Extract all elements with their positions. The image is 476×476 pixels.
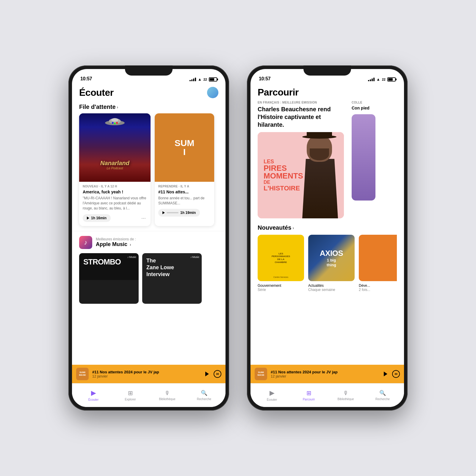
apple-music-icon: ♪ [79,236,92,249]
recherche-tab-label: Recherche [197,397,211,401]
zane-text: TheZane LoweInterview [146,257,174,278]
tab-recherche-left[interactable]: 🔍 Recherche [186,390,223,401]
np-thumb-left: SUMIMASE [76,368,89,380]
axios-category: Actualités [308,284,355,288]
sumimase-actions: 1h 19min [158,209,211,217]
sumimase-card[interactable]: SUMI REPRENDRE · IL Y A #11 Nos attes...… [155,113,214,226]
sumimase-play-button[interactable]: 1h 19min [158,209,200,217]
tab-bibliotheque-right[interactable]: 🎙 Bibliothèque [327,390,364,401]
recherche-tab-label-right: Recherche [375,397,390,401]
now-playing-bar-left[interactable]: SUMIMASE #11 Nos attentes 2024 pour le J… [72,365,226,383]
svg-point-5 [116,122,118,124]
parcourir-screen-content: Parcourir EN FRANÇAIS : MEILLEURE ÉMISSI… [250,84,404,365]
signal-icon-left [190,78,196,81]
ecouter-tab-icon-right: ▶ [270,389,275,397]
battery-icon-left [209,77,217,82]
featured-title: Charles Beauchesne rend l'Histoire capti… [258,105,347,129]
notch-right [303,65,351,76]
status-time-left: 10:57 [80,76,92,82]
axios-artwork: AXIOS 1 bigthing [308,235,355,281]
orange-category: Déve... [359,284,374,288]
bibliotheque-tab-icon-right: 🎙 [343,390,348,396]
am-shows-row: ♪Music STROMBO [79,253,218,304]
ecouter-tab-label-right: Écouter [267,398,277,401]
zane-show-card[interactable]: ♪Music TheZane LoweInterview [142,253,202,304]
tab-bar-right: ▶ Écouter ⊞ Parcourir 🎙 Bibliothèque 🔍 R… [250,383,404,407]
strombo-text: STROMBO [83,257,121,267]
tab-bar-left: ▶ Écouter ⊞ Explorer 🎙 Bibliothèque 🔍 Re… [72,383,226,407]
np-skip-button-right[interactable]: 30 [392,370,400,378]
battery-label-left: 22 [203,78,207,81]
apple-music-section: ♪ Meilleures émissions de : Apple Music … [72,231,226,307]
np-play-button-left[interactable] [205,372,209,376]
nanarland-title: America, fuck yeah ! [83,189,147,195]
featured-artwork-pires: LES PIRES MOMENTS DE L'HISTOIRE [258,132,344,218]
nanarland-card[interactable]: Nanarland Le Podcast NOUVEAU · IL Y A 12… [79,113,151,226]
sumimase-artwork: SUMI [155,113,214,182]
nanarland-actions: 1h 16min ··· [83,214,147,223]
partial-label: COLLE [352,101,375,104]
podcast-cards-row: Nanarland Le Podcast NOUVEAU · IL Y A 12… [72,113,226,231]
nouveautes-section: Nouveautés › LESPERSONNAGESDE LACHAMBRE [250,224,404,292]
user-avatar[interactable] [207,87,218,98]
np-play-button-right[interactable] [384,372,387,376]
am-subtitle: Meilleures émissions de : [96,237,136,241]
axios-sub: 1 bigthing [327,258,336,267]
nouveautes-cards-row: LESPERSONNAGESDE LACHAMBRE Centre Servic… [258,235,397,292]
music-note-icon: ♪ [84,239,87,246]
partial-title: Con pied [352,105,375,111]
nouveautes-header[interactable]: Nouveautés › [258,224,397,231]
featured-card-main[interactable]: EN FRANÇAIS : MEILLEURE ÉMISSION Charles… [258,101,347,218]
strombo-show-card[interactable]: ♪Music STROMBO [79,253,139,304]
featured-card-partial[interactable]: COLLE Con pied [352,101,375,218]
nouveautes-title: Nouveautés [258,224,291,231]
sumimase-label: REPRENDRE · IL Y A [158,185,211,188]
nouveautes-chevron: › [292,226,294,230]
nanarland-artwork: Nanarland Le Podcast [79,113,151,182]
now-playing-bar-right[interactable]: SUMIMASE #11 Nos attentes 2024 pour le J… [250,365,404,383]
am-title-row[interactable]: Apple Music › [96,241,136,248]
nanarland-body: NOUVEAU · IL Y A 12 H America, fuck yeah… [79,182,151,226]
np-info-left: #11 Nos attentes 2024 pour le JV jap 12 … [92,370,202,378]
sumimase-duration: 1h 19min [180,211,196,215]
am-title-text: Apple Music [96,241,127,248]
tab-ecouter-left[interactable]: ▶ Écouter [75,389,112,401]
explorer-tab-icon: ⊞ [128,389,133,397]
chambre-card[interactable]: LESPERSONNAGESDE LACHAMBRE Centre Servic… [258,235,304,292]
chambre-type: Série [258,288,304,292]
wifi-icon-left: ▲ [198,77,202,82]
nanarland-more-button[interactable]: ··· [140,214,147,223]
np-skip-button-left[interactable]: 30 [214,370,221,378]
sumimase-desc: Bonne année et tou... part de SUMIMASE..… [158,196,211,206]
np-title-left: #11 Nos attentes 2024 pour le JV jap [92,370,202,374]
chambre-category: Gouvernement [258,284,304,288]
tab-bibliotheque-left[interactable]: 🎙 Bibliothèque [149,390,186,401]
phone-right: 10:57 ▲ 22 Parcourir [247,65,408,411]
ecouter-tab-label: Écouter [88,398,98,401]
orange-card-partial[interactable]: Déve... 2 fois... [359,235,374,292]
np-controls-right: 30 [384,370,400,378]
tab-recherche-right[interactable]: 🔍 Recherche [364,390,401,401]
bibliotheque-tab-icon: 🎙 [165,390,170,396]
bibliotheque-tab-label: Bibliothèque [159,397,175,401]
nanarland-play-button[interactable]: 1h 16min [83,214,111,222]
tab-parcourir-right[interactable]: ⊞ Parcourir [290,389,327,401]
am-chevron: › [130,242,131,247]
queue-section-header[interactable]: File d'attente › [72,101,226,113]
axios-type: Chaque semaine [308,288,355,292]
am-header: ♪ Meilleures émissions de : Apple Music … [79,236,218,249]
sumimase-body: REPRENDRE · IL Y A #11 Nos attes... Bonn… [155,182,214,220]
svg-point-2 [111,118,118,122]
tab-explorer-left[interactable]: ⊞ Explorer [112,389,149,401]
svg-point-4 [114,123,116,124]
svg-point-3 [112,122,114,124]
parcourir-tab-label: Parcourir [303,398,315,401]
tab-ecouter-right[interactable]: ▶ Écouter [253,389,290,401]
recherche-tab-icon: 🔍 [201,390,207,396]
np-controls-left: 30 [205,370,221,378]
bibliotheque-tab-label-right: Bibliothèque [337,397,354,401]
play-triangle-icon-2 [162,211,165,214]
axios-card[interactable]: AXIOS 1 bigthing Actualités Chaque semai… [308,235,355,292]
orange-type: 2 fois... [359,288,374,292]
zane-artwork: ♪Music TheZane LoweInterview [142,253,202,304]
